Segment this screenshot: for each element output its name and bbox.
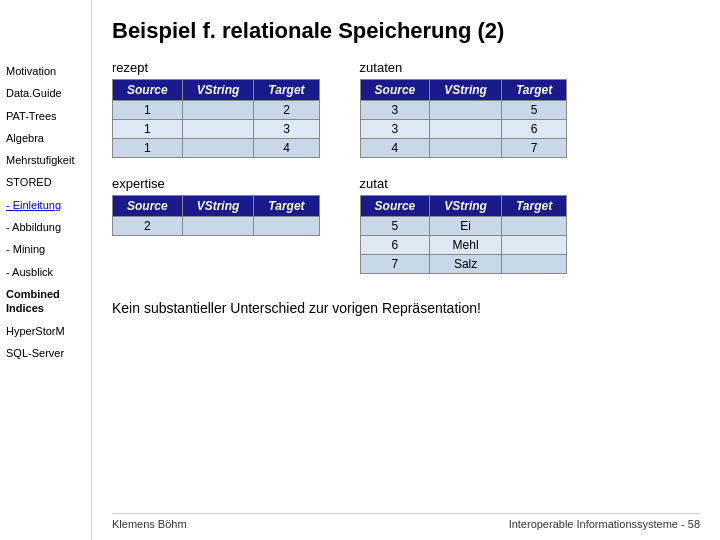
rezept-label: rezept [112, 60, 320, 75]
rezept-table: Source VString Target 121314 [112, 79, 320, 158]
table-cell [182, 120, 254, 139]
footer-left: Klemens Böhm [112, 518, 187, 530]
table-row: 7Salz [360, 255, 567, 274]
table-cell: 3 [360, 120, 430, 139]
table-cell [501, 236, 566, 255]
sidebar-item: PAT-Trees [0, 105, 91, 127]
table-row: 6Mehl [360, 236, 567, 255]
sidebar-item: Mehrstufigkeit [0, 149, 91, 171]
table-cell [501, 255, 566, 274]
table-row: 36 [360, 120, 567, 139]
rezept-block: rezept Source VString Target 121314 [112, 60, 320, 158]
table-cell: 1 [113, 120, 183, 139]
zutaten-table: Source VString Target 353647 [360, 79, 568, 158]
sidebar-item: Algebra [0, 127, 91, 149]
table-cell [501, 217, 566, 236]
kein-text: Kein substantieller Unterschied zur vori… [112, 300, 700, 316]
table-cell: 7 [360, 255, 430, 274]
table-cell: 5 [360, 217, 430, 236]
main-content: Beispiel f. relationale Speicherung (2) … [92, 0, 720, 540]
expertise-col-target: Target [254, 196, 319, 217]
zutaten-col-source: Source [360, 80, 430, 101]
expertise-col-source: Source [113, 196, 183, 217]
zutat-block: zutat Source VString Target 5Ei6Mehl7Sal… [360, 176, 568, 274]
table-cell: 4 [254, 139, 319, 158]
expertise-table: Source VString Target 2 [112, 195, 320, 236]
expertise-block: expertise Source VString Target 2 [112, 176, 320, 274]
zutaten-col-target: Target [501, 80, 566, 101]
zutaten-label: zutaten [360, 60, 568, 75]
table-row: 13 [113, 120, 320, 139]
sidebar-item: SQL-Server [0, 342, 91, 364]
bottom-tables: expertise Source VString Target 2 zutat [112, 176, 700, 274]
table-cell: 2 [254, 101, 319, 120]
zutat-label: zutat [360, 176, 568, 191]
table-cell [430, 101, 502, 120]
zutat-col-source: Source [360, 196, 430, 217]
sidebar: MotivationData.GuidePAT-TreesAlgebraMehr… [0, 0, 92, 540]
rezept-col-vstring: VString [182, 80, 254, 101]
zutat-table: Source VString Target 5Ei6Mehl7Salz [360, 195, 568, 274]
sidebar-item: STORED [0, 171, 91, 193]
zutat-col-vstring: VString [430, 196, 502, 217]
table-cell: 1 [113, 101, 183, 120]
table-cell: Ei [430, 217, 502, 236]
table-cell: 6 [360, 236, 430, 255]
table-row: 5Ei [360, 217, 567, 236]
sidebar-item: HyperStorM [0, 320, 91, 342]
rezept-col-source: Source [113, 80, 183, 101]
table-cell: 2 [113, 217, 183, 236]
table-cell: 4 [360, 139, 430, 158]
table-cell [182, 217, 254, 236]
table-row: 47 [360, 139, 567, 158]
footer: Klemens Böhm Interoperable Informationss… [112, 513, 700, 530]
table-cell: 5 [501, 101, 566, 120]
table-row: 12 [113, 101, 320, 120]
table-cell: 3 [360, 101, 430, 120]
sidebar-item[interactable]: - Einleitung [0, 194, 91, 216]
rezept-col-target: Target [254, 80, 319, 101]
sidebar-item: - Ausblick [0, 261, 91, 283]
table-row: 2 [113, 217, 320, 236]
sidebar-item: - Mining [0, 238, 91, 260]
zutat-col-target: Target [501, 196, 566, 217]
table-cell [182, 139, 254, 158]
page-title: Beispiel f. relationale Speicherung (2) [112, 18, 700, 44]
table-cell [430, 139, 502, 158]
sidebar-item[interactable]: Combined Indices [0, 283, 91, 320]
table-cell [254, 217, 319, 236]
table-row: 35 [360, 101, 567, 120]
table-cell: 1 [113, 139, 183, 158]
table-cell: 7 [501, 139, 566, 158]
top-tables: rezept Source VString Target 121314 zuta… [112, 60, 700, 158]
table-cell: Salz [430, 255, 502, 274]
table-cell: Mehl [430, 236, 502, 255]
table-row: 14 [113, 139, 320, 158]
table-cell: 3 [254, 120, 319, 139]
table-cell: 6 [501, 120, 566, 139]
sidebar-item: Data.Guide [0, 82, 91, 104]
footer-right: Interoperable Informationssysteme - 58 [509, 518, 700, 530]
zutaten-block: zutaten Source VString Target 353647 [360, 60, 568, 158]
zutaten-col-vstring: VString [430, 80, 502, 101]
sidebar-item: - Abbildung [0, 216, 91, 238]
sidebar-item: Motivation [0, 60, 91, 82]
expertise-col-vstring: VString [182, 196, 254, 217]
table-cell [430, 120, 502, 139]
table-cell [182, 101, 254, 120]
expertise-label: expertise [112, 176, 320, 191]
